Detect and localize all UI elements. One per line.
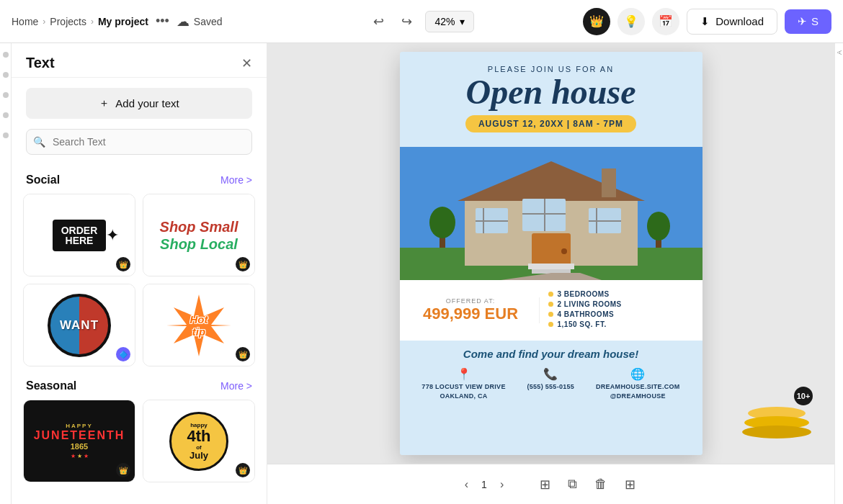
grid-view-button[interactable]: ⊞ [619, 471, 641, 498]
svg-rect-11 [522, 213, 566, 215]
dot-4 [548, 322, 553, 327]
house-svg [400, 147, 702, 280]
svg-point-16 [561, 248, 567, 254]
seasonal-more-link[interactable]: More > [220, 380, 252, 392]
contact-address: 📍 778 LOCUST VIEW DRIVE OAKLAND, CA [422, 367, 505, 400]
left-sidebar [0, 43, 12, 504]
panel-header: Text ✕ [12, 43, 267, 78]
cloud-icon: ☁ [177, 14, 189, 30]
search-icon: 🔍 [33, 136, 45, 148]
social-more-link[interactable]: More > [220, 174, 252, 186]
price-col: OFFERED AT: 499,999 EUR [411, 297, 540, 323]
lightbulb-button[interactable]: 💡 [617, 8, 645, 35]
dot-1 [548, 292, 553, 297]
shop-small-badge: 👑 [236, 257, 250, 271]
address-line2: OAKLAND, CA [440, 392, 487, 400]
download-button[interactable]: ⬇ Download [687, 9, 777, 35]
home-link[interactable]: Home [12, 16, 38, 27]
right-panel-hint: A [834, 43, 843, 504]
share-label: S [811, 15, 819, 27]
feature-label-1: 3 BEDROOMS [558, 290, 610, 298]
plate-bottom [742, 426, 811, 438]
add-text-label: Add your text [115, 97, 179, 109]
stack-count-badge: 10+ [794, 387, 813, 405]
svg-rect-14 [589, 220, 621, 222]
feature-2: 2 LIVING ROOMS [548, 300, 691, 308]
july4-badge: 👑 [236, 463, 250, 477]
panel-scroll: Social More > ORDER HERE ✦ [12, 165, 267, 504]
nav-center: ↩ ↪ 42% ▾ [369, 9, 473, 34]
website-line1: DREAMHOUSE.SITE.COM [596, 383, 680, 390]
phone-icon: 📞 [543, 367, 558, 381]
price-value: 499,999 EUR [411, 305, 530, 323]
calendar-button[interactable]: 📅 [652, 8, 679, 35]
feature-3: 4 BATHROOMS [548, 310, 691, 318]
redo-button[interactable]: ↪ [397, 9, 416, 34]
download-label: Download [715, 15, 764, 27]
saved-label: Saved [194, 16, 223, 27]
zoom-button[interactable]: 42% ▾ [425, 11, 473, 32]
delete-page-button[interactable]: 🗑 [589, 471, 613, 498]
top-nav: Home › Projects › My project ••• ☁ Saved… [0, 0, 843, 43]
order-here-badge: 👑 [116, 257, 130, 271]
share-button[interactable]: ✈ S [785, 9, 831, 34]
close-panel-button[interactable]: ✕ [241, 55, 252, 71]
add-text-button[interactable]: ＋ Add your text [26, 88, 252, 119]
copy-page-button[interactable]: ⧉ [562, 471, 583, 498]
flyer: PLEASE JOIN US FOR AN Open house AUGUST … [400, 52, 702, 455]
sidebar-item-4 [3, 112, 9, 118]
sidebar-item-5 [3, 132, 9, 138]
want-badge: 🔷 [116, 347, 130, 361]
search-box: 🔍 [26, 129, 252, 155]
floating-stack-panel: 10+ [741, 387, 813, 446]
main-area: Text ✕ ＋ Add your text 🔍 Social More > [0, 43, 843, 504]
page-nav: ‹ 1 › [460, 474, 508, 495]
next-page-button[interactable]: › [496, 474, 508, 495]
sticker-hot-tip[interactable]: Hot tip 👑 [143, 284, 255, 366]
sticker-july4[interactable]: happy 4th of July 👑 [143, 400, 255, 482]
add-page-button[interactable]: ⊞ [534, 471, 556, 498]
save-status: ☁ Saved [177, 14, 223, 30]
sticker-shop-small[interactable]: Shop Small Shop Local 👑 [143, 194, 255, 276]
social-sticker-grid: ORDER HERE ✦ 👑 Shop Small [23, 194, 255, 366]
more-options-button[interactable]: ••• [153, 11, 172, 32]
svg-rect-8 [476, 220, 508, 222]
my-project-link[interactable]: My project [98, 16, 148, 27]
feature-label-3: 4 BATHROOMS [558, 310, 615, 318]
canvas-area: PLEASE JOIN US FOR AN Open house AUGUST … [267, 43, 834, 504]
svg-rect-5 [602, 168, 616, 197]
contact-phone: 📞 (555) 555-0155 [527, 367, 574, 390]
flyer-image [400, 147, 702, 280]
flyer-title: Open house [414, 75, 688, 109]
flyer-date-badge: AUGUST 12, 20XX | 8AM - 7PM [465, 115, 636, 132]
projects-link[interactable]: Projects [50, 16, 86, 27]
juneteenth-badge: 👑 [116, 463, 130, 477]
sticker-order-here[interactable]: ORDER HERE ✦ 👑 [23, 194, 135, 276]
seasonal-label: Seasonal [26, 379, 76, 392]
seasonal-section-header: Seasonal More > [26, 379, 252, 392]
zoom-value: 42% [434, 16, 455, 27]
text-panel: Text ✕ ＋ Add your text 🔍 Social More > [12, 43, 267, 504]
bottom-tools: ⊞ ⧉ 🗑 ⊞ [534, 471, 641, 498]
breadcrumb: Home › Projects › My project ••• ☁ Saved [12, 11, 363, 32]
sidebar-item-3 [3, 92, 9, 98]
seasonal-sticker-grid: HAPPY JUNETEENTH 1865 ★ ★ ★ 👑 [23, 400, 255, 482]
address-line1: 778 LOCUST VIEW DRIVE [422, 383, 505, 390]
bottom-bar: ‹ 1 › ⊞ ⧉ 🗑 ⊞ [267, 464, 834, 504]
sep1: › [43, 17, 45, 27]
hot-tip-badge: 👑 [236, 347, 250, 361]
sticker-want[interactable]: WANT 🔷 [23, 284, 135, 366]
address-icon: 📍 [457, 367, 471, 381]
dot-3 [548, 312, 553, 317]
right-label: A [836, 50, 843, 55]
sticker-juneteenth[interactable]: HAPPY JUNETEENTH 1865 ★ ★ ★ 👑 [23, 400, 135, 482]
undo-button[interactable]: ↩ [369, 9, 388, 34]
prev-page-button[interactable]: ‹ [460, 474, 473, 495]
offered-label: OFFERED AT: [411, 297, 530, 305]
search-input[interactable] [26, 129, 252, 155]
sidebar-item-1 [3, 52, 9, 58]
zoom-chevron-icon: ▾ [460, 16, 465, 27]
feature-label-2: 2 LIVING ROOMS [558, 300, 622, 308]
flyer-features: 3 BEDROOMS 2 LIVING ROOMS 4 BATHROOMS [548, 290, 691, 330]
crown-button[interactable]: 👑 [583, 8, 610, 35]
